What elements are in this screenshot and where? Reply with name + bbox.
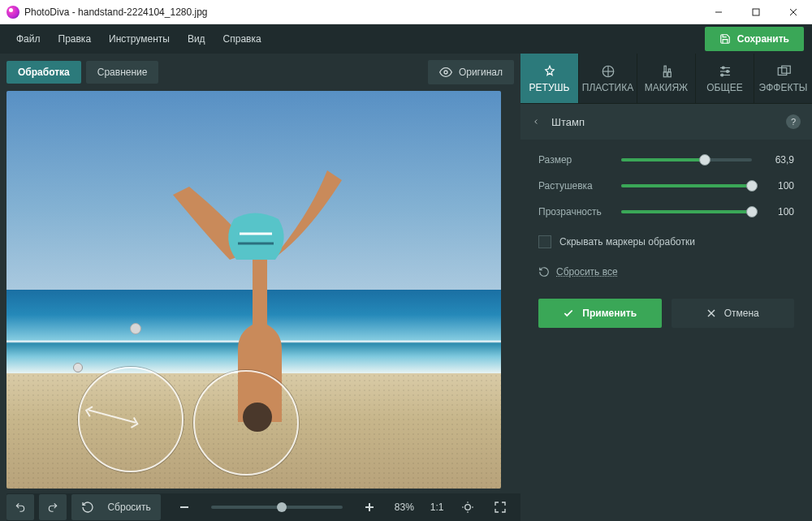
fullscreen-button[interactable] <box>486 494 514 520</box>
maximize-button[interactable] <box>737 0 775 24</box>
original-toggle[interactable]: Оригинал <box>428 60 514 84</box>
svg-rect-14 <box>663 71 667 76</box>
apply-button[interactable]: Применить <box>538 299 662 328</box>
tab-general-label: ОБЩЕЕ <box>706 82 742 93</box>
image-canvas[interactable] <box>6 91 501 489</box>
cancel-label: Отмена <box>724 308 759 319</box>
tab-retouch[interactable]: РЕТУШЬ <box>520 54 579 103</box>
reset-icon <box>73 494 102 520</box>
fit-screen-button[interactable] <box>454 494 482 520</box>
slider-opacity-value: 100 <box>762 206 794 217</box>
svg-point-20 <box>722 67 724 69</box>
reset-all-label: Сбросить все <box>556 266 618 278</box>
menu-tools[interactable]: Инструменты <box>101 28 178 50</box>
hide-markers-checkbox[interactable] <box>538 235 551 248</box>
reset-button[interactable]: Сбросить <box>71 494 160 520</box>
slider-feather-track[interactable] <box>621 184 752 187</box>
slider-size-value: 63,9 <box>762 154 794 166</box>
zoom-in-button[interactable] <box>356 494 383 520</box>
redo-button[interactable] <box>39 494 67 520</box>
svg-rect-23 <box>778 67 787 75</box>
tab-retouch-label: РЕТУШЬ <box>529 82 570 93</box>
window-title: PhotoDiva - handstand-2224104_1280.jpg <box>24 6 208 18</box>
reset-all-icon <box>538 266 550 278</box>
left-tabs: Обработка Сравнение Оригинал <box>6 60 520 84</box>
slider-opacity: Прозрачность 100 <box>538 206 794 217</box>
back-button[interactable] <box>532 116 540 127</box>
slider-size: Размер 63,9 <box>538 154 794 166</box>
slider-size-label: Размер <box>538 154 611 166</box>
cancel-button[interactable]: Отмена <box>672 299 795 328</box>
right-pane: РЕТУШЬ ПЛАСТИКА МАКИЯЖ ОБЩЕЕ ЭФФЕКТЫ Шта… <box>520 54 812 521</box>
tab-makeup-label: МАКИЯЖ <box>645 82 688 93</box>
svg-point-9 <box>464 505 470 510</box>
tab-effects-label: ЭФФЕКТЫ <box>759 82 808 93</box>
original-label: Оригинал <box>459 67 503 78</box>
tab-edit[interactable]: Обработка <box>6 61 81 84</box>
eye-icon <box>439 66 452 79</box>
tab-compare[interactable]: Сравнение <box>86 61 159 84</box>
tab-makeup[interactable]: МАКИЯЖ <box>637 54 696 103</box>
help-button[interactable]: ? <box>786 114 801 129</box>
svg-point-21 <box>726 70 728 72</box>
zoom-1to1-button[interactable]: 1:1 <box>425 494 449 520</box>
clone-circle-target[interactable] <box>193 370 299 476</box>
menu-bar: Файл Правка Инструменты Вид Справка Сохр… <box>0 24 812 54</box>
slider-feather-label: Растушевка <box>538 180 611 192</box>
save-label: Сохранить <box>737 33 789 45</box>
hide-markers-label: Скрывать маркеры обработки <box>559 236 695 248</box>
save-icon <box>719 33 731 45</box>
svg-point-22 <box>720 74 723 76</box>
close-button[interactable] <box>775 0 812 24</box>
zoom-slider[interactable] <box>211 506 343 509</box>
x-icon <box>706 308 716 318</box>
action-buttons: Применить Отмена <box>538 299 794 328</box>
clone-handle-dot[interactable] <box>73 363 83 372</box>
menu-help[interactable]: Справка <box>215 28 270 50</box>
svg-rect-16 <box>667 71 671 76</box>
hide-markers-row: Скрывать маркеры обработки <box>538 235 794 248</box>
undo-button[interactable] <box>6 494 34 520</box>
tool-tabs: РЕТУШЬ ПЛАСТИКА МАКИЯЖ ОБЩЕЕ ЭФФЕКТЫ <box>520 54 812 104</box>
menu-view[interactable]: Вид <box>179 28 214 50</box>
1to1-label: 1:1 <box>430 502 444 513</box>
save-button[interactable]: Сохранить <box>705 27 804 51</box>
slider-size-track[interactable] <box>621 158 752 161</box>
zoom-value: 83% <box>395 502 414 513</box>
canvas-wrap <box>6 91 520 489</box>
left-pane: Обработка Сравнение Оригинал <box>0 54 520 521</box>
retouch-icon <box>542 64 557 79</box>
app-icon <box>6 6 19 19</box>
panel-body: Размер 63,9 Растушевка 100 Прозрачность … <box>520 140 812 342</box>
menu-file[interactable]: Файл <box>8 28 49 50</box>
plastic-icon <box>601 64 615 79</box>
panel-title: Штамп <box>551 116 585 128</box>
reset-label: Сбросить <box>107 502 150 513</box>
tab-plastic-label: ПЛАСТИКА <box>582 82 633 93</box>
tab-effects[interactable]: ЭФФЕКТЫ <box>754 54 812 103</box>
title-bar: PhotoDiva - handstand-2224104_1280.jpg <box>0 0 812 24</box>
apply-label: Применить <box>582 308 637 319</box>
tab-plastic[interactable]: ПЛАСТИКА <box>579 54 637 103</box>
svg-point-4 <box>444 71 447 74</box>
makeup-icon <box>659 64 674 79</box>
menu-edit[interactable]: Правка <box>50 28 100 50</box>
sliders-icon <box>718 64 732 79</box>
svg-rect-13 <box>664 66 666 72</box>
minimize-button[interactable] <box>700 0 737 24</box>
bottom-toolbar: Сбросить 83% 1:1 <box>6 493 520 521</box>
reset-all-link[interactable]: Сбросить все <box>538 266 794 278</box>
slider-opacity-label: Прозрачность <box>538 206 611 217</box>
clone-source-marker[interactable] <box>130 323 141 334</box>
tab-general[interactable]: ОБЩЕЕ <box>696 54 754 103</box>
slider-feather: Растушевка 100 <box>538 180 794 192</box>
main-area: Обработка Сравнение Оригинал <box>0 54 812 521</box>
slider-feather-value: 100 <box>762 180 794 192</box>
check-icon <box>563 308 574 319</box>
slider-opacity-track[interactable] <box>621 210 752 213</box>
effects-icon <box>776 64 791 79</box>
svg-rect-24 <box>781 66 790 73</box>
svg-rect-1 <box>753 9 759 15</box>
zoom-out-button[interactable] <box>171 494 198 520</box>
panel-header: Штамп ? <box>520 104 812 140</box>
